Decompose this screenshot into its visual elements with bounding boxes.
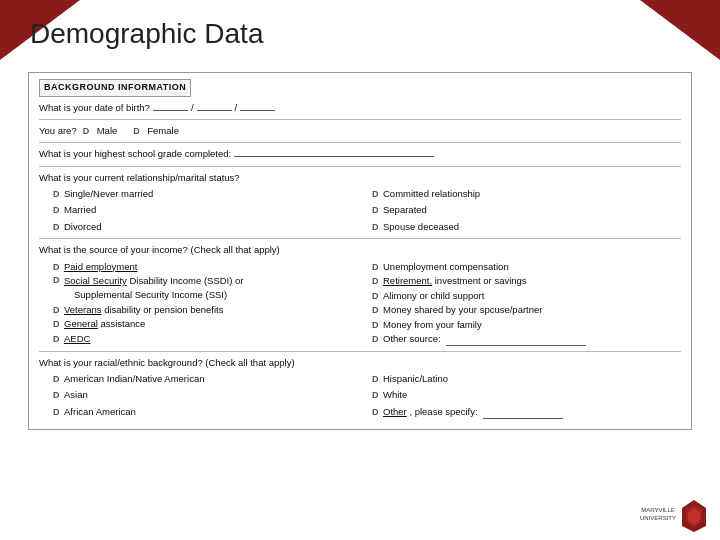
logo-text-area: MARYVILLE UNIVERSITY bbox=[640, 507, 676, 523]
form-container: Background Information What is your date… bbox=[28, 72, 692, 430]
income-cb-r5[interactable]: D bbox=[372, 319, 380, 333]
income-label-r6: Other source: bbox=[383, 332, 589, 346]
you-are-label: You are? bbox=[39, 124, 77, 138]
income-label-r1: Unemployment compensation bbox=[383, 260, 509, 274]
marital-opt-6: D Spouse deceased bbox=[372, 220, 681, 235]
income-label-2: Social Security Disability Income (SSDI)… bbox=[64, 274, 244, 303]
divider-5 bbox=[39, 351, 681, 352]
race-label: What is your racial/ethnic background? (… bbox=[39, 356, 681, 370]
marital-cb-4[interactable]: D bbox=[372, 188, 380, 202]
female-checkbox[interactable]: D bbox=[133, 125, 141, 139]
race-cb-1[interactable]: D bbox=[53, 373, 61, 387]
race-label-3: African American bbox=[64, 405, 136, 419]
marital-label-1: Single/Never married bbox=[64, 187, 153, 201]
male-label: Male bbox=[97, 124, 118, 138]
race-opt-3: D African American bbox=[53, 405, 362, 420]
race-label-6: Other , please specify: bbox=[383, 405, 566, 419]
income-col-right: D Unemployment compensation D Retirement… bbox=[372, 260, 681, 347]
race-opt-5: D White bbox=[372, 388, 681, 403]
marital-label-5: Separated bbox=[383, 203, 427, 217]
marital-label-4: Committed relationship bbox=[383, 187, 480, 201]
marital-label-6: Spouse deceased bbox=[383, 220, 459, 234]
race-label-5: White bbox=[383, 388, 407, 402]
gender-row: You are? D Male D Female bbox=[39, 124, 681, 139]
grade-field[interactable] bbox=[234, 147, 434, 157]
income-label-1: Paid employment bbox=[64, 260, 137, 274]
marital-opt-1: D Single/Never married bbox=[53, 187, 362, 202]
income-cb-5[interactable]: D bbox=[53, 333, 61, 347]
section-header: Background Information bbox=[39, 79, 191, 97]
income-cb-r2[interactable]: D bbox=[372, 275, 380, 289]
income-label-r5: Money from your family bbox=[383, 318, 482, 332]
income-label-5: AEDC bbox=[64, 332, 90, 346]
race-cb-3[interactable]: D bbox=[53, 406, 61, 420]
income-opt-r1: D Unemployment compensation bbox=[372, 260, 681, 275]
race-cb-2[interactable]: D bbox=[53, 389, 61, 403]
income-label-r3: Alimony or child support bbox=[383, 289, 484, 303]
race-cb-6[interactable]: D bbox=[372, 406, 380, 420]
race-label-2: Asian bbox=[64, 388, 88, 402]
grade-row: What is your highest school grade comple… bbox=[39, 147, 681, 161]
dob-label: What is your date of birth? bbox=[39, 101, 150, 115]
logo-icon bbox=[680, 498, 708, 532]
income-cb-1[interactable]: D bbox=[53, 261, 61, 275]
income-cb-r4[interactable]: D bbox=[372, 304, 380, 318]
income-opt-4: D General assistance bbox=[53, 317, 362, 332]
marital-label-3: Divorced bbox=[64, 220, 102, 234]
income-opt-r4: D Money shared by your spcuse/partner bbox=[372, 303, 681, 318]
income-cb-r1[interactable]: D bbox=[372, 261, 380, 275]
dob-day-field[interactable] bbox=[197, 101, 232, 111]
income-label-4: General assistance bbox=[64, 317, 145, 331]
marital-opt-5: D Separated bbox=[372, 203, 681, 218]
income-opt-3: D Veterans disability or pension benefit… bbox=[53, 303, 362, 318]
divider-4 bbox=[39, 238, 681, 239]
marital-cb-3[interactable]: D bbox=[53, 221, 61, 235]
income-opt-1: D Paid employment bbox=[53, 260, 362, 275]
income-cb-3[interactable]: D bbox=[53, 304, 61, 318]
race-cb-4[interactable]: D bbox=[372, 373, 380, 387]
marital-opt-3: D Divorced bbox=[53, 220, 362, 235]
race-options: D American Indian/Native American D Hisp… bbox=[53, 372, 681, 420]
main-content: Background Information What is your date… bbox=[28, 72, 692, 510]
dob-row: What is your date of birth? / / bbox=[39, 101, 681, 115]
dob-year-field[interactable] bbox=[240, 101, 275, 111]
male-checkbox[interactable]: D bbox=[83, 125, 91, 139]
dob-month-field[interactable] bbox=[153, 101, 188, 111]
income-opt-r5: D Money from your family bbox=[372, 318, 681, 333]
race-opt-2: D Asian bbox=[53, 388, 362, 403]
logo-name: MARYVILLE UNIVERSITY bbox=[640, 507, 676, 523]
income-cb-r6[interactable]: D bbox=[372, 333, 380, 347]
logo-university: MARYVILLE bbox=[640, 507, 676, 515]
income-cb-r3[interactable]: D bbox=[372, 290, 380, 304]
female-label: Female bbox=[147, 124, 179, 138]
marital-cb-2[interactable]: D bbox=[53, 204, 61, 218]
divider-1 bbox=[39, 119, 681, 120]
income-opt-5: D AEDC bbox=[53, 332, 362, 347]
marital-options: D Single/Never married D Committed relat… bbox=[53, 187, 681, 235]
marital-cb-1[interactable]: D bbox=[53, 188, 61, 202]
race-opt-1: D American Indian/Native American bbox=[53, 372, 362, 387]
race-label-4: Hispanic/Latino bbox=[383, 372, 448, 386]
corner-decoration-right bbox=[640, 0, 720, 60]
income-opt-r3: D Alimony or child support bbox=[372, 289, 681, 304]
race-cb-5[interactable]: D bbox=[372, 389, 380, 403]
divider-3 bbox=[39, 166, 681, 167]
income-opt-2: D Social Security Disability Income (SSD… bbox=[53, 274, 362, 303]
divider-2 bbox=[39, 142, 681, 143]
marital-cb-6[interactable]: D bbox=[372, 221, 380, 235]
race-label-1: American Indian/Native American bbox=[64, 372, 204, 386]
income-cb-2[interactable]: D bbox=[53, 274, 61, 288]
marital-opt-4: D Committed relationship bbox=[372, 187, 681, 202]
income-col-left: D Paid employment D Social Security Disa… bbox=[53, 260, 362, 347]
race-opt-4: D Hispanic/Latino bbox=[372, 372, 681, 387]
income-label-r2: Retirement, investment or savings bbox=[383, 274, 527, 288]
logo-area: MARYVILLE UNIVERSITY bbox=[640, 498, 708, 532]
income-opt-r2: D Retirement, investment or savings bbox=[372, 274, 681, 289]
page-title: Demographic Data bbox=[30, 18, 263, 50]
income-label-3: Veterans disability or pension benefits bbox=[64, 303, 224, 317]
marital-cb-5[interactable]: D bbox=[372, 204, 380, 218]
marital-opt-2: D Married bbox=[53, 203, 362, 218]
income-label-r4: Money shared by your spcuse/partner bbox=[383, 303, 542, 317]
income-cb-4[interactable]: D bbox=[53, 318, 61, 332]
marital-label: What is your current relationship/marita… bbox=[39, 171, 681, 185]
